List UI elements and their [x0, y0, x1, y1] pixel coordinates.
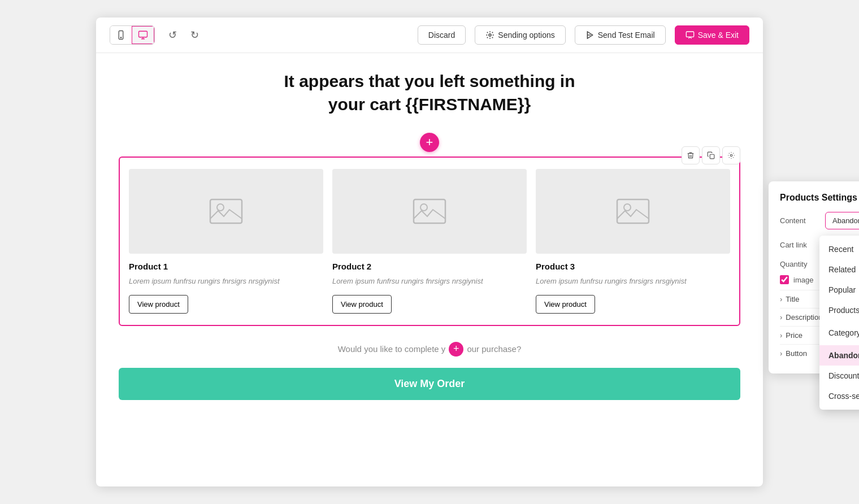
price-section-arrow: › [780, 331, 782, 340]
svg-rect-9 [710, 154, 714, 159]
complete-purchase-text-row: Would you like to complete y + our purch… [119, 342, 740, 357]
save-exit-label: Save & Exit [698, 31, 739, 40]
dropdown-option-abandoned-cart[interactable]: Abandoned cart products [819, 345, 859, 366]
view-product-label-1: View product [137, 300, 180, 309]
view-order-button[interactable]: View My Order [119, 368, 740, 400]
editor-container: ↺ ↻ Discard Sending options Send Test Em… [96, 18, 763, 486]
dropdown-option-related[interactable]: Related [819, 259, 859, 280]
dropdown-option-recent[interactable]: Recent [819, 239, 859, 259]
product-title-1: Product 1 [129, 262, 323, 271]
dropdown-option-discounted[interactable]: Discounted Products [819, 366, 859, 386]
toolbar: ↺ ↻ Discard Sending options Send Test Em… [96, 18, 763, 53]
device-toggle [110, 25, 155, 45]
save-exit-button[interactable]: Save & Exit [675, 25, 749, 45]
svg-rect-13 [414, 199, 445, 223]
complete-purchase-text-end: our purchase? [467, 344, 521, 354]
block-action-bar [682, 146, 740, 164]
product-desc-3: Lorem ipsum funfrsu rungirs fnrsigrs nrs… [536, 276, 730, 287]
discard-button[interactable]: Discard [418, 25, 466, 45]
send-test-button[interactable]: Send Test Email [575, 25, 666, 45]
product-image-1 [129, 169, 323, 254]
products-block-wrapper: Product 1 Lorem ipsum funfrsu rungirs fn… [119, 157, 740, 326]
content-dropdown[interactable]: Abandoned cart products ▾ [825, 212, 859, 229]
email-canvas: It appears that you left something inyou… [96, 53, 763, 417]
dropdown-option-popular[interactable]: Popular [819, 280, 859, 300]
svg-rect-11 [210, 199, 242, 223]
product-card-3: Product 3 Lorem ipsum funfrsu rungirs fn… [536, 169, 730, 314]
duplicate-block-btn[interactable] [702, 146, 720, 164]
add-block-middle-btn[interactable]: + [449, 342, 463, 357]
content-dropdown-menu: Recent Related Popular Products by ID Ca… [819, 236, 859, 410]
add-block-above: + [119, 133, 740, 152]
settings-panel-title: Products Settings i [780, 193, 859, 203]
settings-block-btn[interactable] [722, 146, 740, 164]
product-image-2 [332, 169, 527, 254]
product-card-1: Product 1 Lorem ipsum funfrsu rungirs fn… [129, 169, 323, 314]
cart-link-label: Cart link [780, 241, 819, 249]
content-dropdown-wrapper: Abandoned cart products ▾ Recent Related… [825, 212, 859, 229]
products-block: Product 1 Lorem ipsum funfrsu rungirs fn… [119, 157, 740, 326]
content-setting-row: Content Abandoned cart products ▾ Recent… [780, 212, 859, 229]
dropdown-option-category[interactable]: Category ↙ [819, 320, 859, 345]
svg-rect-8 [686, 32, 693, 37]
svg-point-1 [120, 37, 122, 38]
svg-rect-2 [139, 31, 147, 37]
button-section-arrow: › [780, 349, 782, 358]
discard-label: Discard [428, 31, 455, 40]
desktop-device-btn[interactable] [132, 26, 154, 44]
undo-button[interactable]: ↺ [164, 27, 181, 44]
dropdown-option-cross-sells[interactable]: Cross-sells [819, 386, 859, 406]
product-card-2: Product 2 Lorem ipsum funfrsu rungirs fn… [332, 169, 527, 314]
view-order-label: View My Order [394, 378, 465, 389]
view-product-label-3: View product [544, 300, 587, 309]
product-desc-2: Lorem ipsum funfrsu rungirs fnrsigrs nrs… [332, 276, 527, 287]
product-title-3: Product 3 [536, 262, 730, 271]
product-title-2: Product 2 [332, 262, 527, 271]
view-product-btn-3[interactable]: View product [536, 295, 595, 314]
products-settings-panel: Products Settings i Content Abandoned ca… [769, 181, 859, 373]
view-product-btn-1[interactable]: View product [129, 295, 188, 314]
settings-title-text: Products Settings [780, 193, 857, 203]
add-block-above-btn[interactable]: + [420, 133, 439, 152]
delete-block-btn[interactable] [682, 146, 700, 164]
undo-redo-group: ↺ ↻ [164, 27, 203, 44]
sending-options-button[interactable]: Sending options [475, 25, 565, 45]
send-test-label: Send Test Email [598, 31, 655, 40]
title-section-arrow: › [780, 295, 782, 303]
view-product-label-2: View product [341, 300, 383, 309]
button-section-label: Button [786, 349, 807, 358]
svg-rect-15 [617, 199, 649, 223]
quantity-label: Quantity [780, 260, 819, 268]
redo-button[interactable]: ↻ [186, 27, 203, 44]
title-section-label: Title [786, 295, 799, 303]
price-section-label: Price [786, 331, 802, 340]
sending-options-label: Sending options [498, 31, 554, 40]
complete-purchase-text: Would you like to complete y [338, 344, 446, 354]
description-section-arrow: › [780, 313, 782, 321]
dropdown-option-products-by-id[interactable]: Products by ID [819, 300, 859, 320]
content-label: Content [780, 216, 819, 225]
product-image-3 [536, 169, 730, 254]
view-product-btn-2[interactable]: View product [332, 295, 392, 314]
mobile-device-btn[interactable] [110, 26, 132, 44]
svg-point-5 [489, 34, 491, 36]
product-desc-1: Lorem ipsum funfrsu rungirs fnrsigrs nrs… [129, 276, 323, 287]
bottom-section: Would you like to complete y + our purch… [119, 342, 740, 400]
email-heading: It appears that you left something inyou… [119, 70, 740, 116]
content-selected-value: Abandoned cart products [832, 216, 859, 225]
svg-point-10 [730, 154, 732, 157]
image-checkbox[interactable] [780, 275, 789, 284]
description-section-label: Description [786, 313, 822, 321]
